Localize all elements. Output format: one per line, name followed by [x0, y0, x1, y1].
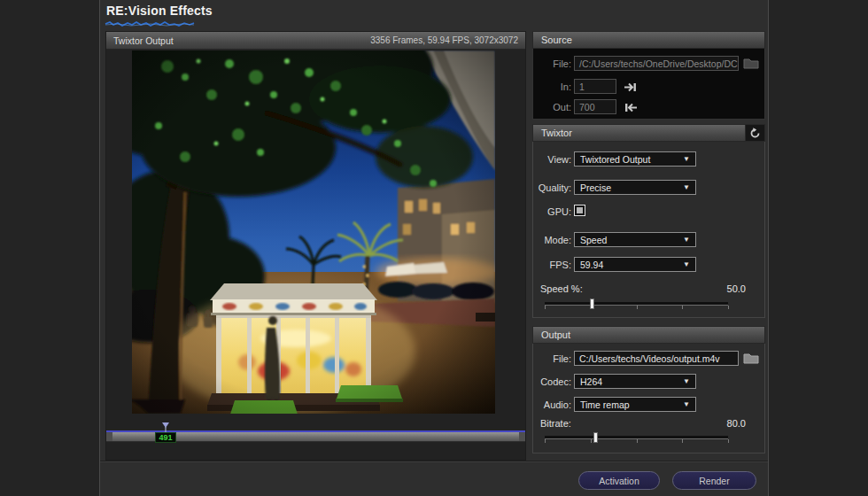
output-file-field[interactable]: C:/Users/techs/Videos/output.m4v	[574, 351, 739, 366]
speed-slider-track[interactable]	[545, 302, 728, 305]
twixtor-header: Twixtor	[532, 124, 765, 142]
codec-label: Codec:	[533, 376, 571, 387]
source-in-value: 1	[579, 81, 585, 92]
twixtor-title: Twixtor	[541, 128, 572, 138]
render-button[interactable]: Render	[672, 471, 756, 490]
preview-panel: Twixtor Output 3356 Frames, 59.94 FPS, 3…	[105, 31, 526, 461]
output-file-label: File:	[533, 353, 571, 364]
source-file-label: File:	[533, 58, 571, 69]
source-header: Source	[532, 31, 765, 49]
activation-button[interactable]: Activation	[578, 471, 660, 490]
chevron-down-icon: ▼	[683, 378, 690, 385]
source-group: Source File: /C:/Users/techs/OneDrive/De…	[532, 31, 765, 120]
source-out-value: 700	[579, 102, 595, 112]
source-file-field[interactable]: /C:/Users/techs/OneDrive/Desktop/DCIM/DJ…	[574, 56, 739, 71]
view-value: Twixtored Output	[580, 154, 650, 165]
speed-value: 50.0	[727, 283, 746, 294]
output-browse-button[interactable]	[742, 351, 760, 365]
app-window: RE:Vision Effects Twixtor Output 3356 Fr…	[99, 0, 769, 496]
chevron-down-icon: ▼	[683, 156, 690, 163]
gpu-checkbox[interactable]	[574, 205, 585, 216]
set-out-button[interactable]	[622, 100, 639, 114]
playhead-frame-label: 491	[155, 432, 176, 443]
gpu-label: GPU:	[533, 206, 571, 217]
source-out-field[interactable]: 700	[574, 99, 616, 114]
set-in-button[interactable]	[622, 80, 639, 94]
codec-value: H264	[580, 376, 602, 387]
skip-to-in-icon	[624, 82, 638, 92]
chevron-down-icon: ▼	[683, 184, 690, 191]
audio-label: Audio:	[533, 399, 571, 410]
preview-titlebar: Twixtor Output 3356 Frames, 59.94 FPS, 3…	[106, 32, 525, 50]
speed-slider[interactable]	[545, 298, 728, 311]
bottom-bar: Activation Render	[100, 461, 768, 496]
app-logo: RE:Vision Effects	[106, 4, 213, 18]
view-dropdown[interactable]: Twixtored Output ▼	[574, 151, 696, 167]
quality-value: Precise	[580, 182, 611, 193]
clip-info: 3356 Frames, 59.94 FPS, 3072x3072	[370, 35, 518, 45]
chevron-down-icon: ▼	[683, 401, 690, 408]
bitrate-label: Bitrate:	[540, 418, 571, 429]
skip-to-out-icon	[624, 103, 638, 112]
mode-label: Mode:	[533, 235, 571, 245]
source-browse-button[interactable]	[742, 56, 760, 70]
folder-icon	[743, 57, 759, 69]
source-in-label: In:	[533, 81, 571, 92]
source-title: Source	[541, 35, 572, 45]
twixtor-reset-button[interactable]	[745, 125, 764, 141]
view-label: View:	[533, 154, 571, 165]
chevron-down-icon: ▼	[683, 236, 690, 244]
bitrate-slider-track[interactable]	[545, 436, 728, 438]
mode-dropdown[interactable]: Speed ▼	[574, 232, 696, 247]
output-title: Output	[541, 329, 570, 340]
mode-value: Speed	[580, 235, 607, 245]
audio-value: Time remap	[580, 399, 630, 410]
preview-title: Twixtor Output	[113, 35, 174, 46]
quality-dropdown[interactable]: Precise ▼	[574, 180, 696, 195]
bitrate-slider-handle[interactable]	[593, 432, 598, 443]
chevron-down-icon: ▼	[683, 261, 690, 268]
bitrate-slider[interactable]	[545, 432, 728, 445]
quality-label: Quality:	[533, 182, 571, 193]
audio-dropdown[interactable]: Time remap ▼	[574, 397, 696, 412]
reset-icon	[749, 128, 761, 139]
output-group: Output File: C:/Users/techs/Videos/outpu…	[532, 326, 765, 453]
preview-image	[132, 50, 495, 414]
logo-underline-squiggle	[105, 20, 195, 27]
source-file-value: /C:/Users/techs/OneDrive/Desktop/DCIM/DJ…	[579, 58, 739, 69]
night-square-scene	[132, 50, 495, 414]
fps-label: FPS:	[533, 260, 571, 270]
source-out-label: Out:	[533, 102, 571, 112]
speed-label: Speed %:	[540, 283, 583, 294]
fps-dropdown[interactable]: 59.94 ▼	[574, 257, 696, 272]
source-in-field[interactable]: 1	[574, 79, 616, 94]
output-file-value: C:/Users/techs/Videos/output.m4v	[579, 353, 720, 364]
output-header: Output	[532, 326, 765, 344]
codec-dropdown[interactable]: H264 ▼	[574, 374, 696, 389]
twixtor-group: Twixtor View: Twixtored Output ▼ Quality…	[532, 124, 765, 318]
speed-slider-handle[interactable]	[590, 298, 594, 309]
folder-icon	[743, 352, 759, 364]
fps-value: 59.94	[580, 260, 603, 270]
bitrate-value: 80.0	[727, 418, 746, 429]
